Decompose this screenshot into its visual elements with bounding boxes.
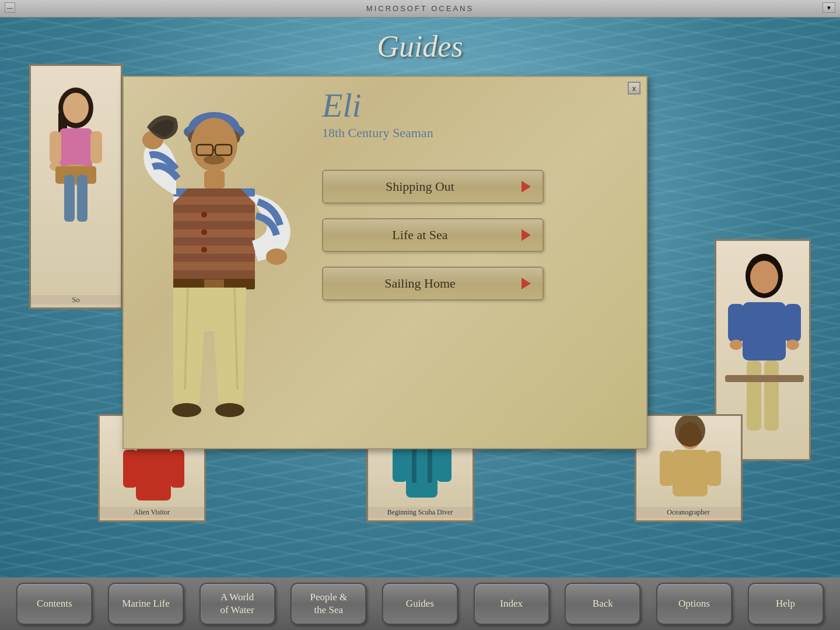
character-name: Eli <box>322 89 635 123</box>
nav-people-sea-button[interactable]: People & the Sea <box>290 583 366 625</box>
svg-rect-24 <box>123 450 137 488</box>
character-dialog: x <box>123 76 648 449</box>
nav-world-of-water-button[interactable]: A World of Water <box>200 583 275 625</box>
arrow-icon-2 <box>522 229 531 241</box>
page-title: Guides <box>377 29 463 64</box>
title-bar: — MICROSOFT OCEANS ▼ <box>0 0 840 18</box>
shipping-out-arrow <box>517 177 536 196</box>
svg-rect-8 <box>55 166 96 184</box>
svg-point-55 <box>201 247 207 253</box>
svg-rect-14 <box>728 304 744 342</box>
svg-rect-27 <box>406 445 438 498</box>
svg-rect-35 <box>660 451 674 486</box>
seaman-svg <box>124 86 322 448</box>
svg-rect-9 <box>64 175 75 222</box>
svg-point-60 <box>172 403 201 417</box>
dialog-right-content: Eli 18th Century Seaman Shipping Out Lif… <box>322 89 635 436</box>
svg-point-57 <box>266 249 287 265</box>
scuba-diver-label: Beginning Scuba Diver <box>368 507 473 518</box>
svg-rect-13 <box>743 302 786 360</box>
life-at-sea-button[interactable]: Life at Sea <box>322 218 544 252</box>
close-button[interactable]: x <box>628 82 640 94</box>
sailing-home-button[interactable]: Sailing Home <box>322 267 544 300</box>
arrow-icon <box>522 181 531 192</box>
svg-rect-45 <box>204 171 225 188</box>
side-panel-left[interactable]: So <box>29 64 123 309</box>
ocean-background: Guides <box>0 18 840 578</box>
nav-index-button[interactable]: Index <box>474 583 550 625</box>
svg-rect-34 <box>673 450 708 496</box>
nav-contents-button[interactable]: Contents <box>16 583 92 625</box>
svg-rect-30 <box>393 447 407 482</box>
svg-rect-23 <box>136 448 171 501</box>
svg-point-33 <box>675 416 705 447</box>
life-at-sea-label: Life at Sea <box>323 228 517 243</box>
title-bar-text: MICROSOFT OCEANS <box>366 4 474 13</box>
life-at-sea-arrow <box>517 226 536 244</box>
oceanographer-svg <box>636 416 743 509</box>
alien-visitor-label: Alien Visitor <box>100 507 204 518</box>
svg-rect-25 <box>170 450 184 488</box>
shipping-out-button[interactable]: Shipping Out <box>322 170 544 204</box>
sailing-home-arrow <box>517 274 536 293</box>
svg-rect-59 <box>204 279 224 289</box>
nav-options-button[interactable]: Options <box>656 583 732 625</box>
shipping-out-label: Shipping Out <box>323 179 517 194</box>
nav-back-button[interactable]: Back <box>565 583 640 625</box>
nav-help-button[interactable]: Help <box>748 583 824 625</box>
svg-rect-4 <box>50 131 61 163</box>
left-character-illustration <box>31 66 121 307</box>
woman-figure-svg <box>35 76 117 298</box>
nav-marine-life-button[interactable]: Marine Life <box>108 583 184 625</box>
svg-point-16 <box>730 340 743 350</box>
left-panel-label: So <box>31 295 121 304</box>
svg-rect-15 <box>785 304 801 342</box>
sailing-home-label: Sailing Home <box>323 276 517 291</box>
oceanographer-label: Oceanographer <box>636 507 741 518</box>
character-illustration-area <box>124 77 322 448</box>
dropdown-button[interactable]: ▼ <box>822 2 835 13</box>
svg-point-17 <box>786 340 799 350</box>
svg-rect-36 <box>707 451 721 486</box>
minimize-button[interactable]: — <box>5 2 15 13</box>
svg-point-41 <box>204 155 225 164</box>
svg-rect-29 <box>428 448 432 483</box>
svg-point-2 <box>63 93 89 123</box>
svg-point-61 <box>215 403 244 417</box>
svg-point-54 <box>201 229 207 235</box>
svg-rect-5 <box>90 131 102 163</box>
svg-point-53 <box>201 212 207 218</box>
svg-rect-20 <box>725 375 804 382</box>
nav-guides-button[interactable]: Guides <box>382 583 458 625</box>
navigation-bar: Contents Marine Life A World of Water Pe… <box>0 578 840 630</box>
svg-rect-28 <box>412 448 416 483</box>
oceanographer-panel[interactable]: Oceanographer <box>635 414 743 522</box>
character-subtitle: 18th Century Seaman <box>322 125 635 141</box>
svg-rect-31 <box>437 447 452 482</box>
svg-point-12 <box>750 261 778 293</box>
arrow-icon-3 <box>522 278 531 289</box>
svg-rect-10 <box>77 175 88 222</box>
